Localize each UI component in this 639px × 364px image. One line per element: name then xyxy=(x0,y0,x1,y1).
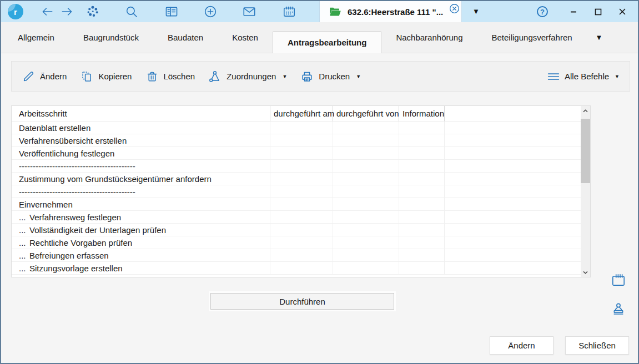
notes-icon[interactable] xyxy=(610,272,627,289)
tab-baudaten[interactable]: Baudaten xyxy=(153,22,218,53)
table-row[interactable]: Datenblatt erstellen xyxy=(12,122,581,134)
loeschen-button[interactable]: Löschen xyxy=(145,70,195,83)
cell-information xyxy=(399,249,445,262)
tab-baugrundstück[interactable]: Baugrundstück xyxy=(69,22,153,53)
tab-overflow-icon[interactable]: ▼ xyxy=(596,33,603,42)
scroll-up-icon[interactable] xyxy=(581,106,590,115)
cell-arbeitsschritt: Zustimmung vom Grundstückseigentümer anf… xyxy=(12,173,270,185)
cell-arbeitsschritt: ----------------------------------------… xyxy=(12,160,270,173)
drucken-button[interactable]: Drucken ▼ xyxy=(300,70,361,83)
table-row[interactable]: Zustimmung vom Grundstückseigentümer anf… xyxy=(12,173,581,185)
tab-kosten[interactable]: Kosten xyxy=(218,22,273,53)
app-cluster-icon[interactable] xyxy=(85,4,100,19)
cell-durchgefuehrt-von xyxy=(333,122,399,134)
cell-durchgefuehrt-am xyxy=(270,236,333,249)
aendern-button[interactable]: Ändern xyxy=(22,70,67,83)
cell-durchgefuehrt-am xyxy=(270,147,333,160)
stamp-icon[interactable] xyxy=(610,301,627,318)
add-icon[interactable] xyxy=(203,4,218,19)
cell-durchgefuehrt-von xyxy=(333,211,399,224)
durchfuehren-button[interactable]: Durchführen xyxy=(210,293,394,310)
tab-strip: AllgemeinBaugrundstückBaudatenKostenAntr… xyxy=(1,22,638,53)
table-row[interactable]: Veröffentlichung festlegen xyxy=(12,147,581,160)
toolbar: Ändern Kopieren Löschen Zuordnungen ▼ xyxy=(11,61,630,92)
cell-filler xyxy=(445,122,581,134)
minimize-icon[interactable] xyxy=(561,1,586,22)
cell-information xyxy=(399,211,445,224)
table-row[interactable]: ----------------------------------------… xyxy=(12,185,581,198)
cell-durchgefuehrt-von xyxy=(333,147,399,160)
col-durchgefuehrt-von[interactable]: durchgeführt von xyxy=(333,106,399,122)
tab-list: AllgemeinBaugrundstückBaudatenKostenAntr… xyxy=(3,22,587,53)
help-icon[interactable]: ? xyxy=(537,6,548,17)
scroll-down-icon[interactable] xyxy=(581,267,590,277)
maximize-icon[interactable] xyxy=(586,1,610,22)
index-card-icon[interactable] xyxy=(164,4,179,19)
cell-information xyxy=(399,147,445,160)
cell-arbeitsschritt: Verfahrensübersicht erstellen xyxy=(12,134,270,147)
zuordnungen-button[interactable]: Zuordnungen ▼ xyxy=(208,70,287,83)
cell-filler xyxy=(445,173,581,185)
schliessen-button[interactable]: Schließen xyxy=(565,336,629,355)
cell-arbeitsschritt: ...Rechtliche Vorgaben prüfen xyxy=(12,236,270,249)
col-filler xyxy=(445,106,581,122)
close-icon[interactable] xyxy=(610,1,635,22)
cell-durchgefuehrt-von xyxy=(333,236,399,249)
tab-allgemein[interactable]: Allgemein xyxy=(3,22,69,53)
alle-befehle-button[interactable]: Alle Befehle ▼ xyxy=(547,70,620,83)
cell-information xyxy=(399,185,445,198)
forward-arrow-icon[interactable] xyxy=(60,4,74,19)
kopieren-button[interactable]: Kopieren xyxy=(80,70,132,83)
copy-icon xyxy=(80,70,93,83)
cell-filler xyxy=(445,224,581,236)
table-row[interactable]: Einvernehmen xyxy=(12,198,581,211)
cell-information xyxy=(399,262,445,275)
col-arbeitsschritt[interactable]: Arbeitsschritt xyxy=(12,106,270,122)
tab-close-icon[interactable] xyxy=(449,3,460,14)
cell-information xyxy=(399,224,445,236)
mail-icon[interactable] xyxy=(242,4,256,19)
pencil-icon xyxy=(22,70,35,83)
document-tab[interactable]: 632.6:Heerstraße 111 "... xyxy=(319,1,462,23)
table-row[interactable]: ...Befreiungen erfassen xyxy=(12,249,581,262)
cell-information xyxy=(399,198,445,211)
col-information[interactable]: Information xyxy=(399,106,445,122)
tab-beteiligungsverfahren[interactable]: Beteiligungsverfahren xyxy=(477,22,587,53)
col-durchgefuehrt-am[interactable]: durchgeführt am xyxy=(270,106,333,122)
table-row[interactable]: ...Vollständigkeit der Unterlagen prüfen xyxy=(12,224,581,236)
cell-durchgefuehrt-am xyxy=(270,198,333,211)
cell-durchgefuehrt-am xyxy=(270,160,333,173)
cell-durchgefuehrt-am xyxy=(270,122,333,134)
vertical-scrollbar[interactable] xyxy=(581,106,590,277)
table-row[interactable]: Verfahrensübersicht erstellen xyxy=(12,134,581,147)
titlebar-dropdown-icon[interactable]: ▼ xyxy=(472,7,480,16)
table-row[interactable]: ----------------------------------------… xyxy=(12,160,581,173)
cell-information xyxy=(399,236,445,249)
tab-antragsbearbeitung[interactable]: Antragsbearbeitung xyxy=(273,31,382,53)
cell-durchgefuehrt-am xyxy=(270,211,333,224)
back-arrow-icon[interactable] xyxy=(40,4,54,19)
tab-nachbaranhörung[interactable]: Nachbaranhörung xyxy=(381,22,477,53)
cell-durchgefuehrt-am xyxy=(270,249,333,262)
cell-arbeitsschritt: ...Befreiungen erfassen xyxy=(12,249,270,262)
cell-arbeitsschritt: Einvernehmen xyxy=(12,198,270,211)
cell-durchgefuehrt-von xyxy=(333,262,399,275)
table-row[interactable]: ...Verfahrensweg festlegen xyxy=(12,211,581,224)
cell-arbeitsschritt: ...Sitzungsvorlage erstellen xyxy=(12,262,270,275)
cell-durchgefuehrt-von xyxy=(333,173,399,185)
app-logo: r xyxy=(8,4,23,19)
table-row[interactable]: ...Rechtliche Vorgaben prüfen xyxy=(12,236,581,249)
cell-filler xyxy=(445,134,581,147)
cell-arbeitsschritt: ----------------------------------------… xyxy=(12,185,270,198)
table-header: Arbeitsschritt durchgeführt am durchgefü… xyxy=(12,106,581,122)
assignments-icon xyxy=(208,70,222,83)
search-icon[interactable] xyxy=(124,4,139,19)
cell-arbeitsschritt: Datenblatt erstellen xyxy=(12,122,270,134)
cell-information xyxy=(399,122,445,134)
aendern-footer-button[interactable]: Ändern xyxy=(490,336,554,355)
cell-filler xyxy=(445,160,581,173)
scrollbar-thumb[interactable] xyxy=(581,119,590,183)
calendar-icon[interactable] xyxy=(282,4,296,19)
folder-icon xyxy=(329,6,342,18)
table-row[interactable]: ...Sitzungsvorlage erstellen xyxy=(12,262,581,275)
